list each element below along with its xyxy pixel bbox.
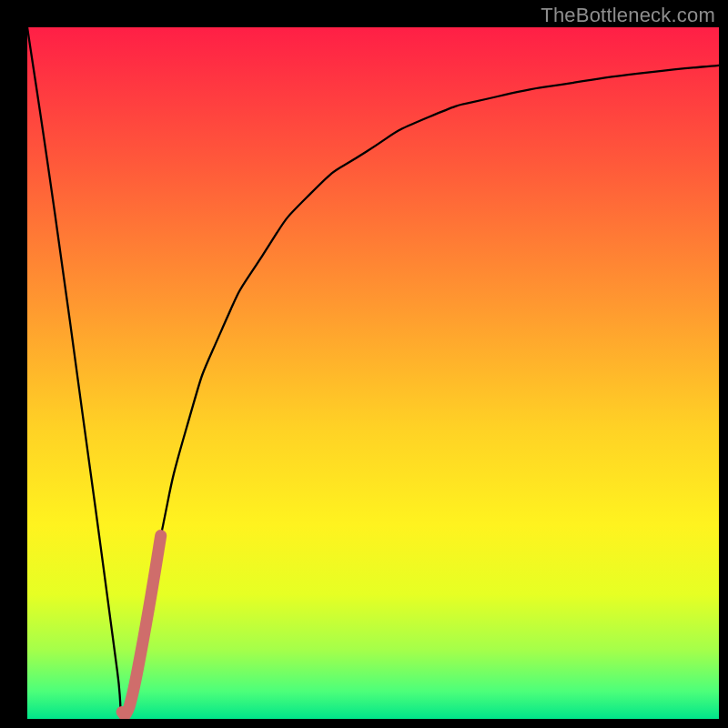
curve-layer <box>27 27 719 719</box>
main-curve <box>27 27 719 719</box>
plot-area <box>27 27 719 719</box>
watermark-text: TheBottleneck.com <box>541 4 715 27</box>
chart-frame: TheBottleneck.com <box>0 0 728 728</box>
highlight-segment <box>122 536 161 715</box>
